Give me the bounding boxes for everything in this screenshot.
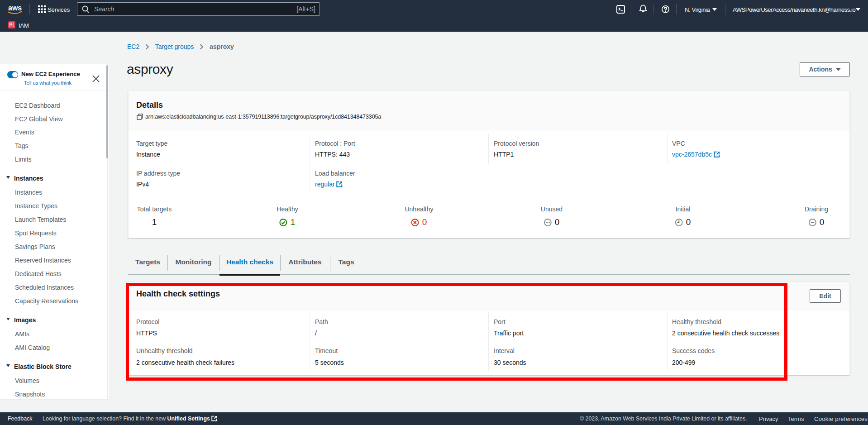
svg-text:aws: aws: [8, 4, 22, 12]
